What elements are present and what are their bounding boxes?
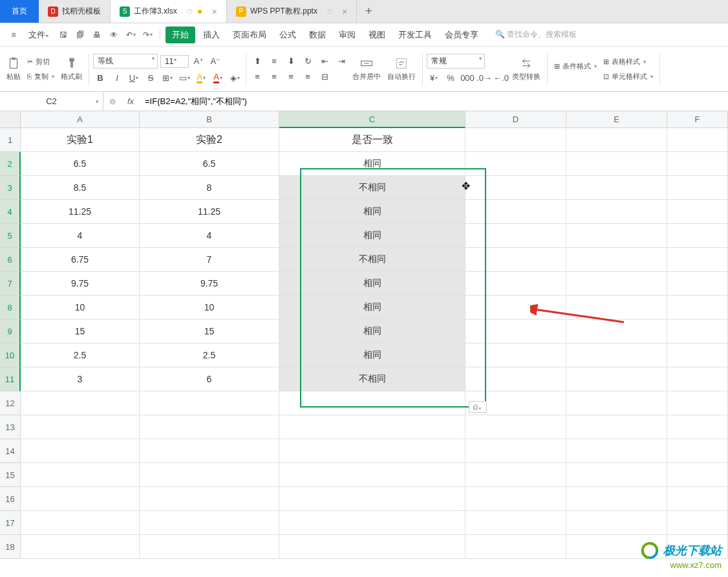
row-header[interactable]: 4 [0, 200, 21, 224]
row-header[interactable]: 3 [0, 176, 21, 200]
print-preview-icon[interactable]: 👁 [107, 28, 121, 42]
save-icon[interactable]: 🖫 [56, 28, 70, 42]
cell[interactable] [566, 200, 667, 224]
cell[interactable] [466, 439, 566, 463]
cell-style-button[interactable]: ⊡单元格样式▾ [601, 71, 656, 83]
auto-wrap-button[interactable]: 自动换行 [385, 55, 418, 83]
col-header-e[interactable]: E [566, 111, 667, 128]
cell[interactable]: 6.5 [21, 152, 140, 176]
tab-developer[interactable]: 开发工具 [393, 27, 437, 43]
cell[interactable] [667, 176, 728, 200]
tab-insert[interactable]: 插入 [198, 27, 225, 43]
cell[interactable] [466, 224, 566, 248]
cell[interactable]: 8 [140, 176, 279, 200]
cell[interactable]: 6.75 [21, 248, 140, 272]
cell[interactable] [667, 320, 728, 343]
cell[interactable] [667, 248, 728, 272]
cell[interactable] [667, 439, 728, 463]
close-icon[interactable]: × [342, 6, 347, 17]
align-right-icon[interactable]: ≡ [284, 71, 298, 83]
increase-decimal-icon[interactable]: .0→ [477, 71, 491, 84]
tab-ppt[interactable]: P WPS PPT教程.pptx □ × [227, 0, 357, 23]
cell[interactable] [140, 415, 279, 439]
merge-center-button[interactable]: 合并居中 [350, 55, 383, 83]
cell[interactable]: 2.5 [140, 343, 279, 367]
cell[interactable]: 6.5 [140, 152, 279, 176]
cell[interactable] [566, 511, 667, 535]
tab-review[interactable]: 审阅 [334, 27, 361, 43]
row-header[interactable]: 18 [0, 535, 21, 559]
cell[interactable] [466, 176, 566, 200]
tab-view[interactable]: 视图 [363, 27, 391, 43]
cell[interactable] [21, 463, 140, 487]
cell[interactable] [21, 415, 140, 439]
cell[interactable] [667, 367, 728, 391]
cell[interactable] [466, 200, 566, 224]
cell[interactable] [21, 535, 140, 559]
cell[interactable]: 相同 [279, 224, 466, 248]
font-size-select[interactable]: 11▾ [160, 55, 189, 68]
window-state-icon[interactable]: □ [328, 8, 332, 15]
close-icon[interactable]: × [212, 6, 217, 17]
tab-start[interactable]: 开始 [166, 27, 195, 43]
align-top-icon[interactable]: ⬆ [250, 55, 264, 68]
table-style-button[interactable]: ⊞表格样式▾ [601, 56, 648, 68]
row-header[interactable]: 14 [0, 439, 21, 463]
cell[interactable] [466, 367, 566, 391]
row-header[interactable]: 8 [0, 296, 21, 320]
currency-icon[interactable]: ¥▾ [427, 71, 441, 84]
row-header[interactable]: 13 [0, 415, 21, 439]
row-header[interactable]: 1 [0, 128, 21, 152]
cell[interactable] [566, 128, 667, 152]
redo-icon[interactable]: ↷▾ [140, 28, 155, 42]
cell[interactable] [566, 343, 667, 367]
row-header[interactable]: 9 [0, 320, 21, 343]
cell[interactable]: 4 [140, 224, 279, 248]
cell[interactable] [279, 415, 466, 439]
cell[interactable] [466, 463, 566, 487]
cell[interactable] [140, 439, 279, 463]
col-header-f[interactable]: F [667, 111, 728, 128]
underline-button[interactable]: U▾ [127, 71, 141, 84]
cell[interactable] [279, 535, 466, 559]
col-header-a[interactable]: A [21, 111, 140, 128]
number-format-select[interactable]: 常规▾ [427, 54, 485, 69]
cut-button[interactable]: ✂剪切 [25, 56, 52, 68]
cell[interactable]: 7 [140, 248, 279, 272]
cell[interactable]: 实验2 [140, 128, 279, 152]
cell[interactable]: 11.25 [21, 200, 140, 224]
cell[interactable] [140, 487, 279, 511]
cell[interactable] [566, 152, 667, 176]
bold-button[interactable]: B [93, 71, 107, 84]
cell[interactable] [279, 463, 466, 487]
border-button[interactable]: ⊞▾ [160, 71, 175, 84]
paste-options-button[interactable]: ⎙▾ [469, 401, 487, 413]
decrease-decimal-icon[interactable]: ←.0 [494, 71, 508, 84]
indent-right-icon[interactable]: ⇥ [334, 55, 348, 68]
formula-input[interactable] [140, 96, 728, 106]
cell[interactable] [566, 176, 667, 200]
cell[interactable] [667, 152, 728, 176]
increase-font-icon[interactable]: A⁺ [191, 55, 206, 68]
cell[interactable]: 8.5 [21, 176, 140, 200]
row-header[interactable]: 6 [0, 248, 21, 272]
tab-workbook[interactable]: S 工作簿3.xlsx □ × [111, 0, 227, 23]
cell[interactable] [566, 439, 667, 463]
cell[interactable] [466, 511, 566, 535]
cell[interactable] [566, 272, 667, 296]
align-left-icon[interactable]: ≡ [250, 71, 264, 83]
row-header[interactable]: 16 [0, 487, 21, 511]
decrease-font-icon[interactable]: A⁻ [208, 55, 222, 68]
cell[interactable]: 11.25 [140, 200, 279, 224]
cell[interactable] [667, 391, 728, 415]
command-search[interactable]: 🔍 查找命令、搜索模板 [491, 27, 581, 42]
cell[interactable]: 不相同 [279, 367, 466, 391]
cell[interactable] [566, 320, 667, 343]
cell[interactable] [21, 391, 140, 415]
name-box[interactable]: C2 [0, 92, 103, 111]
cell[interactable] [566, 415, 667, 439]
cell[interactable]: 2.5 [21, 343, 140, 367]
cell[interactable] [279, 439, 466, 463]
cell[interactable] [140, 535, 279, 559]
col-header-d[interactable]: D [466, 111, 566, 128]
